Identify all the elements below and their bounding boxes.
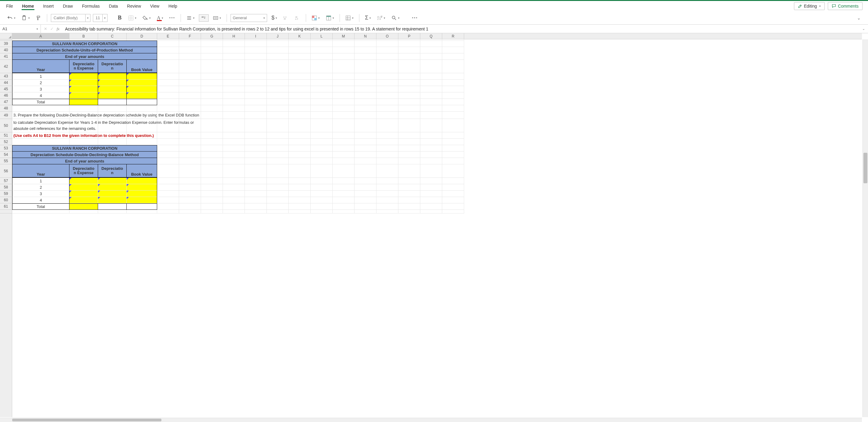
- row-header-44[interactable]: 44: [0, 80, 12, 86]
- number-format-select[interactable]: General ▾: [230, 14, 267, 22]
- cell[interactable]: [201, 197, 223, 203]
- sort-filter-button[interactable]: AZ ▾: [375, 14, 387, 22]
- cell[interactable]: [267, 86, 289, 92]
- cell[interactable]: to calculate Depreciation Expense for Ye…: [12, 119, 69, 132]
- cell[interactable]: [267, 191, 289, 197]
- cell[interactable]: [354, 184, 376, 191]
- cell[interactable]: [179, 60, 201, 73]
- cell[interactable]: [127, 73, 157, 80]
- cell[interactable]: [354, 151, 376, 158]
- cell[interactable]: [442, 86, 464, 92]
- cell[interactable]: 1: [12, 73, 69, 80]
- cell[interactable]: [333, 53, 354, 60]
- cell[interactable]: [157, 151, 179, 158]
- cell[interactable]: [201, 99, 223, 105]
- cell[interactable]: [98, 178, 127, 184]
- cell[interactable]: [376, 139, 398, 145]
- cell[interactable]: [376, 132, 398, 139]
- cell[interactable]: [69, 105, 98, 112]
- row-header-46[interactable]: 46: [0, 92, 12, 99]
- cell[interactable]: [420, 40, 442, 47]
- cell[interactable]: [245, 151, 267, 158]
- cell[interactable]: [157, 105, 179, 112]
- cell[interactable]: [289, 151, 311, 158]
- cell[interactable]: [267, 99, 289, 105]
- cell[interactable]: [354, 197, 376, 203]
- col-header-F[interactable]: F: [179, 33, 201, 39]
- cell[interactable]: [179, 145, 201, 151]
- paste-button[interactable]: ▾: [20, 14, 32, 22]
- menu-help[interactable]: Help: [168, 2, 178, 10]
- cell[interactable]: [420, 105, 442, 112]
- cell[interactable]: [157, 40, 179, 47]
- col-header-E[interactable]: E: [157, 33, 179, 39]
- cell[interactable]: [245, 86, 267, 92]
- cell[interactable]: [289, 105, 311, 112]
- cell[interactable]: [398, 191, 420, 197]
- cell[interactable]: [333, 119, 354, 132]
- cell[interactable]: [157, 80, 179, 86]
- col-header-K[interactable]: K: [289, 33, 311, 39]
- cell[interactable]: [311, 80, 333, 86]
- cell[interactable]: [311, 178, 333, 184]
- cell[interactable]: [289, 158, 311, 164]
- cell[interactable]: [376, 151, 398, 158]
- cell[interactable]: [311, 203, 333, 210]
- cell[interactable]: [398, 99, 420, 105]
- cell[interactable]: [201, 105, 223, 112]
- cell[interactable]: [442, 105, 464, 112]
- cell[interactable]: [354, 92, 376, 99]
- cell[interactable]: [333, 99, 354, 105]
- cells-area[interactable]: SULLIVAN RANCH CORPORATIONDepreciation S…: [12, 39, 862, 417]
- cell[interactable]: [201, 210, 223, 214]
- cell[interactable]: [354, 191, 376, 197]
- cell[interactable]: [157, 86, 179, 92]
- row-header-60[interactable]: 60: [0, 197, 12, 203]
- format-table-button[interactable]: ▾: [324, 14, 336, 22]
- cell[interactable]: [157, 119, 179, 132]
- cell[interactable]: [289, 164, 311, 178]
- cell[interactable]: [179, 119, 201, 132]
- cell[interactable]: [311, 139, 333, 145]
- cell[interactable]: [267, 112, 289, 119]
- cell[interactable]: [376, 119, 398, 132]
- cell[interactable]: [354, 164, 376, 178]
- cell[interactable]: [179, 92, 201, 99]
- cell[interactable]: [376, 105, 398, 112]
- cell[interactable]: [223, 132, 245, 139]
- cell[interactable]: [179, 47, 201, 53]
- cell[interactable]: [245, 158, 267, 164]
- cell[interactable]: [354, 86, 376, 92]
- cell[interactable]: [223, 191, 245, 197]
- cell[interactable]: [179, 184, 201, 191]
- cell[interactable]: [201, 178, 223, 184]
- row-header-61[interactable]: 61: [0, 203, 12, 210]
- cell[interactable]: [127, 92, 157, 99]
- cell[interactable]: [333, 40, 354, 47]
- menu-formulas[interactable]: Formulas: [81, 2, 100, 10]
- cell[interactable]: [223, 105, 245, 112]
- cell[interactable]: [157, 158, 179, 164]
- cell[interactable]: [354, 60, 376, 73]
- cell[interactable]: [333, 73, 354, 80]
- cell[interactable]: [157, 112, 179, 119]
- cell[interactable]: [376, 112, 398, 119]
- row-header-49[interactable]: 49: [0, 112, 12, 119]
- cell[interactable]: [179, 112, 201, 119]
- cell[interactable]: [333, 145, 354, 151]
- cell[interactable]: [98, 112, 127, 119]
- cell[interactable]: [267, 203, 289, 210]
- cell[interactable]: [311, 86, 333, 92]
- cell[interactable]: [420, 158, 442, 164]
- cell[interactable]: [420, 132, 442, 139]
- font-size-input[interactable]: [93, 14, 102, 22]
- cell[interactable]: 3: [12, 191, 69, 197]
- cell[interactable]: [201, 151, 223, 158]
- cell[interactable]: [223, 47, 245, 53]
- row-headers[interactable]: 3940414243444546474849505152535455565758…: [0, 39, 12, 417]
- cell[interactable]: [69, 119, 98, 132]
- cell[interactable]: [223, 112, 245, 119]
- cell[interactable]: Depreciation Expense: [69, 60, 98, 73]
- cell[interactable]: [201, 60, 223, 73]
- cell[interactable]: [267, 47, 289, 53]
